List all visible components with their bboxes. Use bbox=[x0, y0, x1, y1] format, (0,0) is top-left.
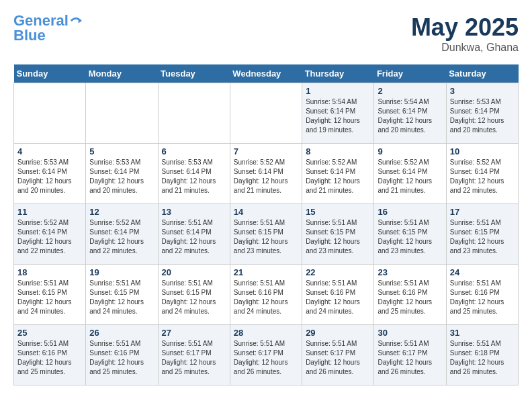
day-number: 9 bbox=[378, 146, 442, 156]
calendar-cell: 6Sunrise: 5:53 AM Sunset: 6:14 PM Daylig… bbox=[158, 144, 230, 204]
day-number: 24 bbox=[450, 267, 515, 277]
day-number: 8 bbox=[306, 146, 370, 156]
logo-text: General bbox=[13, 13, 69, 28]
day-number: 31 bbox=[450, 328, 515, 338]
calendar-cell: 13Sunrise: 5:51 AM Sunset: 6:14 PM Dayli… bbox=[158, 204, 230, 265]
calendar-cell: 9Sunrise: 5:52 AM Sunset: 6:14 PM Daylig… bbox=[374, 144, 446, 204]
calendar-cell: 26Sunrise: 5:51 AM Sunset: 6:16 PM Dayli… bbox=[86, 325, 158, 385]
day-info: Sunrise: 5:51 AM Sunset: 6:18 PM Dayligh… bbox=[450, 339, 515, 377]
calendar-cell: 2Sunrise: 5:54 AM Sunset: 6:14 PM Daylig… bbox=[374, 83, 446, 144]
day-number: 3 bbox=[450, 86, 515, 96]
day-number: 22 bbox=[306, 267, 370, 277]
calendar-week-1: 1Sunrise: 5:54 AM Sunset: 6:14 PM Daylig… bbox=[14, 83, 519, 144]
day-info: Sunrise: 5:51 AM Sunset: 6:15 PM Dayligh… bbox=[378, 218, 442, 256]
title-block: May 2025 Dunkwa, Ghana bbox=[411, 13, 519, 54]
calendar-cell: 11Sunrise: 5:52 AM Sunset: 6:14 PM Dayli… bbox=[14, 204, 86, 265]
day-info: Sunrise: 5:51 AM Sunset: 6:14 PM Dayligh… bbox=[162, 218, 226, 256]
calendar-cell: 30Sunrise: 5:51 AM Sunset: 6:17 PM Dayli… bbox=[374, 325, 446, 385]
day-number: 10 bbox=[450, 146, 515, 156]
logo: General Blue bbox=[13, 13, 82, 43]
calendar-cell: 28Sunrise: 5:51 AM Sunset: 6:17 PM Dayli… bbox=[230, 325, 302, 385]
calendar-location: Dunkwa, Ghana bbox=[411, 42, 519, 54]
day-number: 17 bbox=[450, 207, 515, 217]
day-number: 18 bbox=[17, 267, 82, 277]
day-info: Sunrise: 5:52 AM Sunset: 6:14 PM Dayligh… bbox=[306, 158, 370, 195]
day-info: Sunrise: 5:52 AM Sunset: 6:14 PM Dayligh… bbox=[450, 158, 515, 195]
calendar-cell: 19Sunrise: 5:51 AM Sunset: 6:15 PM Dayli… bbox=[86, 265, 158, 325]
day-number: 20 bbox=[162, 267, 226, 277]
calendar-cell: 3Sunrise: 5:53 AM Sunset: 6:14 PM Daylig… bbox=[446, 83, 518, 144]
calendar-table: SundayMondayTuesdayWednesdayThursdayFrid… bbox=[13, 64, 519, 385]
calendar-week-4: 18Sunrise: 5:51 AM Sunset: 6:15 PM Dayli… bbox=[14, 265, 519, 325]
day-info: Sunrise: 5:53 AM Sunset: 6:14 PM Dayligh… bbox=[450, 97, 515, 135]
day-info: Sunrise: 5:53 AM Sunset: 6:14 PM Dayligh… bbox=[17, 158, 82, 195]
weekday-header-saturday: Saturday bbox=[446, 64, 518, 83]
day-info: Sunrise: 5:52 AM Sunset: 6:14 PM Dayligh… bbox=[378, 158, 442, 195]
calendar-cell: 10Sunrise: 5:52 AM Sunset: 6:14 PM Dayli… bbox=[446, 144, 518, 204]
day-number: 29 bbox=[306, 328, 370, 338]
calendar-cell: 24Sunrise: 5:51 AM Sunset: 6:16 PM Dayli… bbox=[446, 265, 518, 325]
calendar-week-3: 11Sunrise: 5:52 AM Sunset: 6:14 PM Dayli… bbox=[14, 204, 519, 265]
weekday-header-sunday: Sunday bbox=[14, 64, 86, 83]
day-info: Sunrise: 5:51 AM Sunset: 6:15 PM Dayligh… bbox=[306, 218, 370, 256]
day-info: Sunrise: 5:51 AM Sunset: 6:15 PM Dayligh… bbox=[450, 218, 515, 256]
day-info: Sunrise: 5:51 AM Sunset: 6:16 PM Dayligh… bbox=[378, 279, 442, 316]
weekday-header-wednesday: Wednesday bbox=[230, 64, 302, 83]
day-number: 15 bbox=[306, 207, 370, 217]
calendar-cell: 15Sunrise: 5:51 AM Sunset: 6:15 PM Dayli… bbox=[302, 204, 374, 265]
weekday-header-friday: Friday bbox=[374, 64, 446, 83]
day-number: 16 bbox=[378, 207, 442, 217]
day-info: Sunrise: 5:52 AM Sunset: 6:14 PM Dayligh… bbox=[89, 218, 154, 256]
calendar-cell: 25Sunrise: 5:51 AM Sunset: 6:16 PM Dayli… bbox=[14, 325, 86, 385]
calendar-title: May 2025 bbox=[411, 13, 519, 42]
logo-blue-text: Blue bbox=[13, 28, 82, 43]
calendar-cell: 27Sunrise: 5:51 AM Sunset: 6:17 PM Dayli… bbox=[158, 325, 230, 385]
calendar-cell: 12Sunrise: 5:52 AM Sunset: 6:14 PM Dayli… bbox=[86, 204, 158, 265]
calendar-cell: 31Sunrise: 5:51 AM Sunset: 6:18 PM Dayli… bbox=[446, 325, 518, 385]
day-number: 26 bbox=[89, 328, 154, 338]
day-info: Sunrise: 5:51 AM Sunset: 6:15 PM Dayligh… bbox=[17, 279, 82, 316]
day-info: Sunrise: 5:53 AM Sunset: 6:14 PM Dayligh… bbox=[162, 158, 226, 195]
day-number: 7 bbox=[234, 146, 298, 156]
calendar-cell bbox=[14, 83, 86, 144]
day-number: 25 bbox=[17, 328, 82, 338]
day-info: Sunrise: 5:54 AM Sunset: 6:14 PM Dayligh… bbox=[306, 97, 370, 135]
day-info: Sunrise: 5:53 AM Sunset: 6:14 PM Dayligh… bbox=[89, 158, 154, 195]
day-info: Sunrise: 5:52 AM Sunset: 6:14 PM Dayligh… bbox=[234, 158, 298, 195]
day-number: 30 bbox=[378, 328, 442, 338]
calendar-cell: 14Sunrise: 5:51 AM Sunset: 6:15 PM Dayli… bbox=[230, 204, 302, 265]
day-number: 4 bbox=[17, 146, 82, 156]
day-number: 1 bbox=[306, 86, 370, 96]
day-info: Sunrise: 5:51 AM Sunset: 6:16 PM Dayligh… bbox=[306, 279, 370, 316]
calendar-cell: 17Sunrise: 5:51 AM Sunset: 6:15 PM Dayli… bbox=[446, 204, 518, 265]
weekday-header-tuesday: Tuesday bbox=[158, 64, 230, 83]
day-number: 11 bbox=[17, 207, 82, 217]
day-info: Sunrise: 5:54 AM Sunset: 6:14 PM Dayligh… bbox=[378, 97, 442, 135]
day-number: 14 bbox=[234, 207, 298, 217]
day-info: Sunrise: 5:51 AM Sunset: 6:17 PM Dayligh… bbox=[234, 339, 298, 377]
calendar-cell: 20Sunrise: 5:51 AM Sunset: 6:15 PM Dayli… bbox=[158, 265, 230, 325]
calendar-cell bbox=[86, 83, 158, 144]
day-info: Sunrise: 5:52 AM Sunset: 6:14 PM Dayligh… bbox=[17, 218, 82, 256]
calendar-cell: 23Sunrise: 5:51 AM Sunset: 6:16 PM Dayli… bbox=[374, 265, 446, 325]
calendar-cell: 18Sunrise: 5:51 AM Sunset: 6:15 PM Dayli… bbox=[14, 265, 86, 325]
calendar-cell: 21Sunrise: 5:51 AM Sunset: 6:16 PM Dayli… bbox=[230, 265, 302, 325]
page-header: General Blue May 2025 Dunkwa, Ghana bbox=[13, 13, 519, 54]
weekday-header-row: SundayMondayTuesdayWednesdayThursdayFrid… bbox=[14, 64, 519, 83]
day-number: 28 bbox=[234, 328, 298, 338]
day-number: 19 bbox=[89, 267, 154, 277]
weekday-header-monday: Monday bbox=[86, 64, 158, 83]
calendar-cell: 5Sunrise: 5:53 AM Sunset: 6:14 PM Daylig… bbox=[86, 144, 158, 204]
day-number: 13 bbox=[162, 207, 226, 217]
logo-icon bbox=[70, 15, 82, 27]
day-number: 12 bbox=[89, 207, 154, 217]
calendar-cell: 4Sunrise: 5:53 AM Sunset: 6:14 PM Daylig… bbox=[14, 144, 86, 204]
day-info: Sunrise: 5:51 AM Sunset: 6:16 PM Dayligh… bbox=[89, 339, 154, 377]
calendar-week-2: 4Sunrise: 5:53 AM Sunset: 6:14 PM Daylig… bbox=[14, 144, 519, 204]
day-info: Sunrise: 5:51 AM Sunset: 6:16 PM Dayligh… bbox=[234, 279, 298, 316]
day-number: 27 bbox=[162, 328, 226, 338]
day-number: 6 bbox=[162, 146, 226, 156]
day-number: 5 bbox=[89, 146, 154, 156]
calendar-cell: 29Sunrise: 5:51 AM Sunset: 6:17 PM Dayli… bbox=[302, 325, 374, 385]
day-info: Sunrise: 5:51 AM Sunset: 6:17 PM Dayligh… bbox=[162, 339, 226, 377]
